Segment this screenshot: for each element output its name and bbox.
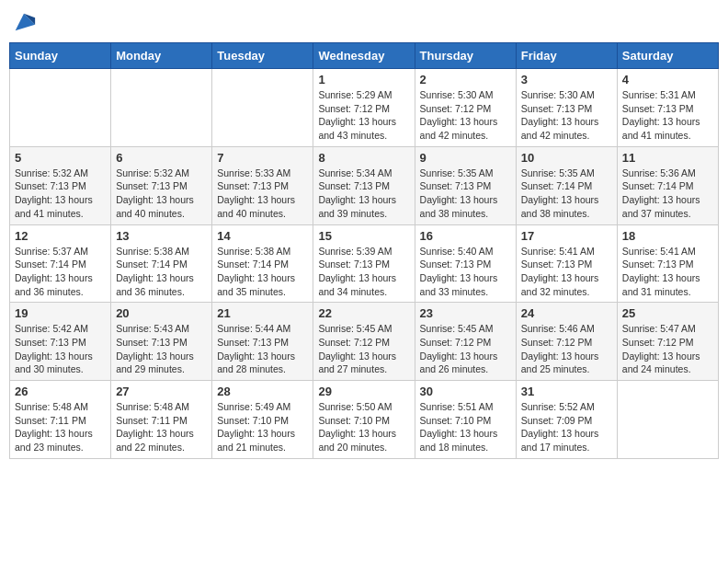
logo (9, 9, 37, 35)
day-number: 1 (318, 73, 409, 86)
day-number: 6 (116, 151, 207, 165)
calendar-cell: 22Sunrise: 5:45 AM Sunset: 7:12 PM Dayli… (313, 303, 415, 381)
calendar-cell (10, 69, 111, 147)
calendar-cell: 8Sunrise: 5:34 AM Sunset: 7:13 PM Daylig… (313, 146, 415, 224)
calendar-cell: 27Sunrise: 5:48 AM Sunset: 7:11 PM Dayli… (111, 381, 212, 459)
day-info: Sunrise: 5:34 AM Sunset: 7:13 PM Dayligh… (318, 167, 409, 221)
calendar-cell: 29Sunrise: 5:50 AM Sunset: 7:10 PM Dayli… (313, 381, 415, 459)
day-info: Sunrise: 5:39 AM Sunset: 7:13 PM Dayligh… (318, 245, 409, 299)
day-info: Sunrise: 5:51 AM Sunset: 7:10 PM Dayligh… (420, 400, 511, 454)
calendar-cell: 23Sunrise: 5:45 AM Sunset: 7:12 PM Dayli… (415, 303, 516, 381)
day-of-week-header: Saturday (617, 43, 718, 69)
day-number: 31 (521, 385, 612, 398)
day-info: Sunrise: 5:38 AM Sunset: 7:14 PM Dayligh… (116, 245, 207, 299)
day-info: Sunrise: 5:38 AM Sunset: 7:14 PM Dayligh… (217, 245, 308, 299)
day-number: 18 (622, 229, 713, 243)
calendar-cell: 10Sunrise: 5:35 AM Sunset: 7:14 PM Dayli… (516, 146, 617, 224)
calendar-cell: 3Sunrise: 5:30 AM Sunset: 7:13 PM Daylig… (516, 69, 617, 147)
svg-marker-0 (16, 14, 35, 31)
calendar-cell (111, 69, 212, 147)
calendar-cell: 1Sunrise: 5:29 AM Sunset: 7:12 PM Daylig… (313, 69, 415, 147)
day-info: Sunrise: 5:30 AM Sunset: 7:12 PM Dayligh… (420, 88, 511, 143)
day-info: Sunrise: 5:44 AM Sunset: 7:13 PM Dayligh… (217, 322, 308, 376)
calendar-week-row: 19Sunrise: 5:42 AM Sunset: 7:13 PM Dayli… (10, 303, 719, 381)
day-info: Sunrise: 5:48 AM Sunset: 7:11 PM Dayligh… (116, 400, 207, 454)
calendar-week-row: 12Sunrise: 5:37 AM Sunset: 7:14 PM Dayli… (10, 224, 719, 303)
day-of-week-header: Tuesday (212, 43, 313, 69)
day-info: Sunrise: 5:45 AM Sunset: 7:12 PM Dayligh… (318, 322, 409, 376)
day-number: 12 (15, 229, 106, 243)
calendar-cell: 4Sunrise: 5:31 AM Sunset: 7:13 PM Daylig… (617, 69, 718, 147)
calendar-cell: 20Sunrise: 5:43 AM Sunset: 7:13 PM Dayli… (111, 303, 212, 381)
calendar-cell: 21Sunrise: 5:44 AM Sunset: 7:13 PM Dayli… (212, 303, 313, 381)
day-number: 7 (217, 151, 308, 165)
day-number: 9 (420, 151, 511, 165)
day-number: 8 (318, 151, 409, 165)
day-number: 4 (622, 73, 713, 86)
calendar-cell: 25Sunrise: 5:47 AM Sunset: 7:12 PM Dayli… (617, 303, 718, 381)
day-info: Sunrise: 5:46 AM Sunset: 7:12 PM Dayligh… (521, 322, 612, 376)
day-number: 15 (318, 229, 409, 243)
calendar-cell: 18Sunrise: 5:41 AM Sunset: 7:13 PM Dayli… (617, 224, 718, 303)
calendar-cell: 7Sunrise: 5:33 AM Sunset: 7:13 PM Daylig… (212, 146, 313, 224)
day-info: Sunrise: 5:41 AM Sunset: 7:13 PM Dayligh… (622, 245, 713, 299)
day-info: Sunrise: 5:45 AM Sunset: 7:12 PM Dayligh… (420, 322, 511, 376)
calendar-cell: 17Sunrise: 5:41 AM Sunset: 7:13 PM Dayli… (516, 224, 617, 303)
day-number: 23 (420, 306, 511, 320)
day-info: Sunrise: 5:29 AM Sunset: 7:12 PM Dayligh… (318, 88, 409, 143)
day-info: Sunrise: 5:32 AM Sunset: 7:13 PM Dayligh… (15, 167, 106, 221)
day-info: Sunrise: 5:43 AM Sunset: 7:13 PM Dayligh… (116, 322, 207, 376)
calendar-cell: 16Sunrise: 5:40 AM Sunset: 7:13 PM Dayli… (415, 224, 516, 303)
day-of-week-header: Monday (111, 43, 212, 69)
calendar-cell: 6Sunrise: 5:32 AM Sunset: 7:13 PM Daylig… (111, 146, 212, 224)
day-number: 11 (622, 151, 713, 165)
day-info: Sunrise: 5:50 AM Sunset: 7:10 PM Dayligh… (318, 400, 409, 454)
day-number: 19 (15, 306, 106, 320)
calendar-cell: 13Sunrise: 5:38 AM Sunset: 7:14 PM Dayli… (111, 224, 212, 303)
calendar-cell: 31Sunrise: 5:52 AM Sunset: 7:09 PM Dayli… (516, 381, 617, 459)
calendar-cell (617, 381, 718, 459)
calendar-cell: 2Sunrise: 5:30 AM Sunset: 7:12 PM Daylig… (415, 69, 516, 147)
day-info: Sunrise: 5:35 AM Sunset: 7:13 PM Dayligh… (420, 167, 511, 221)
calendar-cell: 30Sunrise: 5:51 AM Sunset: 7:10 PM Dayli… (415, 381, 516, 459)
day-number: 25 (622, 306, 713, 320)
day-info: Sunrise: 5:36 AM Sunset: 7:14 PM Dayligh… (622, 167, 713, 221)
day-info: Sunrise: 5:49 AM Sunset: 7:10 PM Dayligh… (217, 400, 308, 454)
day-number: 13 (116, 229, 207, 243)
day-number: 30 (420, 385, 511, 398)
day-of-week-header: Wednesday (313, 43, 415, 69)
logo-icon (11, 9, 37, 35)
day-info: Sunrise: 5:35 AM Sunset: 7:14 PM Dayligh… (521, 167, 612, 221)
day-info: Sunrise: 5:32 AM Sunset: 7:13 PM Dayligh… (116, 167, 207, 221)
day-info: Sunrise: 5:33 AM Sunset: 7:13 PM Dayligh… (217, 167, 308, 221)
day-number: 20 (116, 306, 207, 320)
day-info: Sunrise: 5:30 AM Sunset: 7:13 PM Dayligh… (521, 88, 612, 143)
calendar-header-row: SundayMondayTuesdayWednesdayThursdayFrid… (10, 43, 719, 69)
calendar-cell: 15Sunrise: 5:39 AM Sunset: 7:13 PM Dayli… (313, 224, 415, 303)
calendar-table: SundayMondayTuesdayWednesdayThursdayFrid… (9, 42, 719, 459)
day-number: 28 (217, 385, 308, 398)
calendar-cell: 14Sunrise: 5:38 AM Sunset: 7:14 PM Dayli… (212, 224, 313, 303)
calendar-cell: 5Sunrise: 5:32 AM Sunset: 7:13 PM Daylig… (10, 146, 111, 224)
day-number: 26 (15, 385, 106, 398)
calendar-week-row: 5Sunrise: 5:32 AM Sunset: 7:13 PM Daylig… (10, 146, 719, 224)
day-number: 16 (420, 229, 511, 243)
day-info: Sunrise: 5:42 AM Sunset: 7:13 PM Dayligh… (15, 322, 106, 376)
day-info: Sunrise: 5:52 AM Sunset: 7:09 PM Dayligh… (521, 400, 612, 454)
day-number: 5 (15, 151, 106, 165)
calendar-cell: 24Sunrise: 5:46 AM Sunset: 7:12 PM Dayli… (516, 303, 617, 381)
day-info: Sunrise: 5:40 AM Sunset: 7:13 PM Dayligh… (420, 245, 511, 299)
calendar-cell: 28Sunrise: 5:49 AM Sunset: 7:10 PM Dayli… (212, 381, 313, 459)
calendar-cell: 12Sunrise: 5:37 AM Sunset: 7:14 PM Dayli… (10, 224, 111, 303)
calendar-cell (212, 69, 313, 147)
day-number: 24 (521, 306, 612, 320)
day-info: Sunrise: 5:47 AM Sunset: 7:12 PM Dayligh… (622, 322, 713, 376)
calendar-week-row: 26Sunrise: 5:48 AM Sunset: 7:11 PM Dayli… (10, 381, 719, 459)
day-info: Sunrise: 5:48 AM Sunset: 7:11 PM Dayligh… (15, 400, 106, 454)
day-info: Sunrise: 5:41 AM Sunset: 7:13 PM Dayligh… (521, 245, 612, 299)
day-number: 10 (521, 151, 612, 165)
calendar-cell: 26Sunrise: 5:48 AM Sunset: 7:11 PM Dayli… (10, 381, 111, 459)
day-info: Sunrise: 5:31 AM Sunset: 7:13 PM Dayligh… (622, 88, 713, 143)
day-number: 22 (318, 306, 409, 320)
day-of-week-header: Friday (516, 43, 617, 69)
